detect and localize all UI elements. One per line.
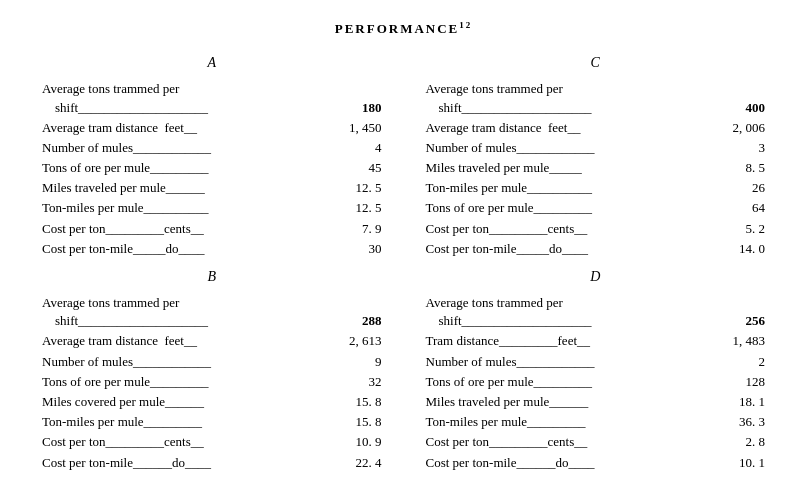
row-label: Cost per ton-mile______do____ [40,453,298,473]
quadrant-B-title: B [40,269,384,285]
row-value: 5. 2 [681,219,767,239]
row-label: Cost per ton_________cents__ [424,432,682,452]
row-value: 256 [681,293,767,331]
row-value: 8. 5 [681,158,767,178]
table-row: Average tram distance feet__2, 006 [424,118,768,138]
row-label: Cost per ton-mile_____do____ [424,239,682,259]
row-value: 2 [681,352,767,372]
table-row: Tons of ore per mule_________64 [424,198,768,218]
row-value: 2, 006 [681,118,767,138]
row-label: Average tons trammed per shift__________… [40,293,298,331]
table-row: Miles covered per mule______15. 8 [40,392,384,412]
table-row: Average tons trammed per shift__________… [40,79,384,117]
row-value: 7. 9 [298,219,384,239]
table-row: Miles traveled per mule______18. 1 [424,392,768,412]
table-row: Miles traveled per mule______12. 5 [40,178,384,198]
table-row: Ton-miles per mule_________36. 3 [424,412,768,432]
row-label: Miles traveled per mule_____ [424,158,682,178]
row-value: 32 [298,372,384,392]
table-row: Number of mules____________2 [424,352,768,372]
row-value: 2. 8 [681,432,767,452]
quadrant-C: C Average tons trammed per shift________… [414,55,778,259]
row-label: Tram distance_________feet__ [424,331,682,351]
row-value: 128 [681,372,767,392]
table-row: Average tram distance feet__1, 450 [40,118,384,138]
row-value: 12. 5 [298,198,384,218]
row-value: 288 [298,293,384,331]
table-row: Average tons trammed per shift__________… [40,293,384,331]
row-value: 36. 3 [681,412,767,432]
quadrant-A: A Average tons trammed per shift________… [30,55,394,259]
table-row: Miles traveled per mule_____8. 5 [424,158,768,178]
row-value: 180 [298,79,384,117]
row-label: Number of mules____________ [424,138,682,158]
quadrant-D-title: D [424,269,768,285]
row-value: 400 [681,79,767,117]
table-row: Average tons trammed per shift__________… [424,293,768,331]
row-value: 45 [298,158,384,178]
quadrant-D: D Average tons trammed per shift________… [414,269,778,473]
row-label: Average tram distance feet__ [40,118,298,138]
row-label: Number of mules____________ [40,352,298,372]
row-value: 14. 0 [681,239,767,259]
row-label: Miles traveled per mule______ [424,392,682,412]
table-row: Ton-miles per mule__________12. 5 [40,198,384,218]
table-row: Average tram distance feet__2, 613 [40,331,384,351]
row-value: 3 [681,138,767,158]
quadrant-C-table: Average tons trammed per shift__________… [424,79,768,259]
row-label: Tons of ore per mule_________ [424,198,682,218]
row-label: Tons of ore per mule_________ [40,158,298,178]
row-value: 4 [298,138,384,158]
table-row: Cost per ton_________cents__7. 9 [40,219,384,239]
row-label: Number of mules____________ [424,352,682,372]
table-row: Tons of ore per mule_________32 [40,372,384,392]
quadrant-C-title: C [424,55,768,71]
row-value: 12. 5 [298,178,384,198]
row-value: 30 [298,239,384,259]
row-value: 9 [298,352,384,372]
table-row: Cost per ton_________cents__10. 9 [40,432,384,452]
row-label: Ton-miles per mule__________ [424,178,682,198]
row-value: 15. 8 [298,392,384,412]
row-label: Number of mules____________ [40,138,298,158]
row-value: 1, 483 [681,331,767,351]
row-label: Cost per ton_________cents__ [40,219,298,239]
row-value: 18. 1 [681,392,767,412]
table-row: Ton-miles per mule_________15. 8 [40,412,384,432]
table-row: Average tons trammed per shift__________… [424,79,768,117]
row-value: 10. 1 [681,453,767,473]
quadrant-B-table: Average tons trammed per shift__________… [40,293,384,473]
table-row: Tram distance_________feet__1, 483 [424,331,768,351]
row-label: Cost per ton_________cents__ [40,432,298,452]
row-label: Ton-miles per mule_________ [424,412,682,432]
table-row: Cost per ton-mile_____do____14. 0 [424,239,768,259]
row-label: Average tons trammed per shift__________… [424,293,682,331]
row-value: 10. 9 [298,432,384,452]
row-label: Cost per ton_________cents__ [424,219,682,239]
quadrant-D-table: Average tons trammed per shift__________… [424,293,768,473]
row-label: Miles traveled per mule______ [40,178,298,198]
row-label: Cost per ton-mile_____do____ [40,239,298,259]
table-row: Number of mules____________9 [40,352,384,372]
row-label: Tons of ore per mule_________ [40,372,298,392]
page-title: PERFORMANCE12 [30,20,777,37]
row-label: Average tons trammed per shift__________… [424,79,682,117]
row-label: Average tram distance feet__ [40,331,298,351]
quadrant-A-title: A [40,55,384,71]
table-row: Cost per ton-mile______do____22. 4 [40,453,384,473]
row-label: Ton-miles per mule_________ [40,412,298,432]
row-value: 2, 613 [298,331,384,351]
table-row: Number of mules____________3 [424,138,768,158]
table-row: Tons of ore per mule_________45 [40,158,384,178]
table-row: Cost per ton-mile______do____10. 1 [424,453,768,473]
quadrant-A-table: Average tons trammed per shift__________… [40,79,384,259]
table-row: Cost per ton_________cents__5. 2 [424,219,768,239]
row-label: Tons of ore per mule_________ [424,372,682,392]
table-row: Ton-miles per mule__________26 [424,178,768,198]
row-label: Average tons trammed per shift__________… [40,79,298,117]
table-row: Tons of ore per mule_________128 [424,372,768,392]
table-row: Cost per ton-mile_____do____30 [40,239,384,259]
row-label: Miles covered per mule______ [40,392,298,412]
table-row: Number of mules____________4 [40,138,384,158]
row-label: Ton-miles per mule__________ [40,198,298,218]
